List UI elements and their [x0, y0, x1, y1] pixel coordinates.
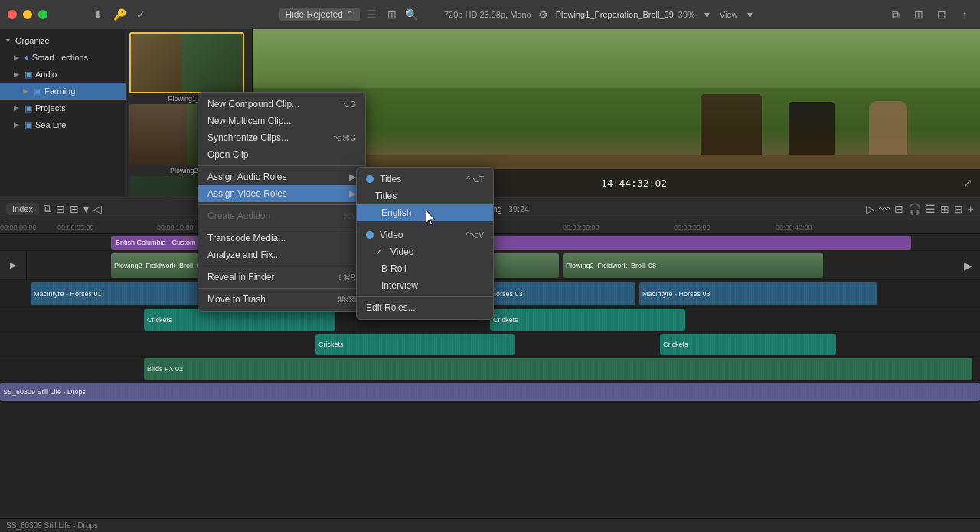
- video-track-collapse[interactable]: ▶: [10, 260, 16, 270]
- fullscreen-icon[interactable]: ⤢: [963, 177, 972, 189]
- status-label: SS_60309 Still Life - Drops: [6, 521, 98, 530]
- context-menu-panel: New Compound Clip... ⌥G New Multicam Cli…: [198, 92, 366, 312]
- menu-sep-1: [198, 165, 365, 166]
- sc-arrow: ▶: [14, 54, 21, 61]
- back-btn[interactable]: ◁: [93, 203, 102, 215]
- menu-create-audition[interactable]: Create Audition ⌘Y: [198, 207, 365, 224]
- timeline-settings-btn[interactable]: ⊟: [954, 203, 963, 215]
- menu-new-compound[interactable]: New Compound Clip... ⌥G: [198, 96, 365, 113]
- submenu-titles-2[interactable]: Titles: [357, 188, 493, 204]
- submenu-video-1[interactable]: Video ^⌥V: [357, 227, 493, 243]
- clip-horses-03b[interactable]: MacIntyre - Horses 03: [639, 282, 877, 305]
- assign-audio-roles-label: Assign Audio Roles: [207, 171, 286, 182]
- menu-analyze[interactable]: Analyze and Fix...: [198, 246, 365, 263]
- submenu-interview[interactable]: Interview: [357, 277, 493, 294]
- clip-appearance-btn[interactable]: ⊞: [940, 203, 949, 215]
- menu-sync-clips[interactable]: Synchronize Clips... ⌥⌘G: [198, 129, 365, 146]
- zoom-in-btn[interactable]: +: [968, 203, 974, 215]
- sidebar-item-organize[interactable]: ▼ Organize: [0, 32, 126, 49]
- sidebar-item-farming[interactable]: ▶ ▣ Farming: [0, 83, 126, 100]
- view-label[interactable]: View: [720, 10, 738, 19]
- menu-sep-4: [198, 266, 365, 266]
- organize-arrow: ▼: [5, 37, 12, 44]
- minimize-button[interactable]: [23, 10, 32, 19]
- clip-plowing2-broll-08[interactable]: Plowing2_Fieldwork_Broll_08: [563, 253, 823, 278]
- dot-video-1: [366, 231, 374, 239]
- settings-icon[interactable]: ⚙: [536, 7, 551, 22]
- submenu-edit-roles[interactable]: Edit Roles...: [357, 299, 493, 316]
- submenu-broll[interactable]: B-Roll: [357, 260, 493, 277]
- close-button[interactable]: [8, 10, 17, 19]
- status-bar: SS_60309 Still Life - Drops: [0, 518, 980, 532]
- transform-btn[interactable]: ⊞: [70, 203, 79, 215]
- submenu-english[interactable]: English: [357, 204, 493, 221]
- farming-arrow: ▶: [23, 87, 31, 95]
- timecode: 14:44:32:02: [601, 178, 667, 189]
- dual-monitor-icon[interactable]: ⧉: [888, 7, 903, 22]
- video-roles-submenu: Titles ^⌥T Titles English Video ^⌥V ✓ Vi…: [356, 167, 494, 320]
- sidebar-item-smart-collections[interactable]: ▶ ♦ Smart...ections: [0, 49, 126, 66]
- more-btn[interactable]: ▾: [83, 203, 89, 215]
- context-menu: New Compound Clip... ⌥G New Multicam Cli…: [198, 92, 366, 312]
- sidebar-item-audio[interactable]: ▶ ▣ Audio: [0, 66, 126, 83]
- waveform-btn[interactable]: 〰: [879, 203, 890, 215]
- track-row-drops: SS_60309 Still Life - Drops: [0, 381, 980, 403]
- list-view-icon[interactable]: ☰: [364, 7, 380, 22]
- clip-btn[interactable]: ⧉: [44, 202, 51, 215]
- menu-assign-audio-roles[interactable]: Assign Audio Roles ▶: [198, 168, 365, 185]
- clip-birds-fx-02[interactable]: Birds FX 02: [144, 358, 972, 380]
- ruler-10: 00:00:10:00: [157, 224, 194, 231]
- zoom-arrow[interactable]: ▾: [700, 7, 715, 22]
- clip-crickets-2b[interactable]: Crickets: [660, 334, 836, 355]
- ruler-40: 00:00:40:00: [776, 224, 812, 231]
- menu-transcode[interactable]: Transcode Media...: [198, 230, 365, 246]
- clip-name: Plowing1_Preparation_Broll_09: [556, 10, 674, 19]
- menu-reveal-finder[interactable]: Reveal in Finder ⇧⌘R: [198, 269, 365, 286]
- audio-icon: ▣: [24, 70, 32, 80]
- forward-btn[interactable]: ▷: [866, 203, 874, 215]
- submenu-titles-1[interactable]: Titles ^⌥T: [357, 171, 493, 188]
- layout-icon[interactable]: ⊞: [911, 7, 926, 22]
- import-icon[interactable]: ⬇: [90, 7, 106, 22]
- hide-rejected-label: Hide Rejected: [286, 9, 343, 20]
- menu-new-multicam[interactable]: New Multicam Clip...: [198, 113, 365, 129]
- dot-titles-1: [366, 175, 374, 183]
- index-tab[interactable]: Index: [6, 203, 39, 215]
- menu-assign-video-roles[interactable]: Assign Video Roles ▶: [198, 185, 365, 202]
- clip-crickets-2a[interactable]: Crickets: [315, 334, 514, 355]
- sidebar-item-sealife[interactable]: ▶ ▣ Sea Life: [0, 116, 126, 133]
- view-arrow[interactable]: ▾: [742, 7, 757, 22]
- menu-move-trash[interactable]: Move to Trash ⌘⌫: [198, 291, 365, 308]
- sidebar-item-projects[interactable]: ▶ ▣ Projects: [0, 100, 126, 116]
- clip-bc-label: British Columbia - Custom: [116, 239, 196, 246]
- clip-still-life-drops[interactable]: SS_60309 Still Life - Drops: [0, 383, 980, 401]
- titlebar-right: ⧉ ⊞ ⊟ ↑: [888, 7, 972, 22]
- clip-crickets-1b[interactable]: Crickets: [490, 309, 685, 331]
- sea-icon: ▣: [24, 120, 32, 130]
- ruler-35: 00:00:35:00: [674, 224, 710, 231]
- zoom-level: 39%: [678, 10, 695, 19]
- fullscreen-button[interactable]: [38, 10, 47, 19]
- titlebar: ⬇ 🔑 ✓ Hide Rejected ⌃ ☰ ⊞ 🔍 720p HD 23.9…: [0, 0, 980, 29]
- audio-meters-btn[interactable]: ⊟: [894, 203, 903, 215]
- grid-view-icon[interactable]: ⊞: [384, 7, 400, 22]
- submenu-video-2[interactable]: ✓ Video: [357, 243, 493, 260]
- key-icon[interactable]: 🔑: [112, 7, 127, 22]
- proj-icon: ▣: [24, 103, 32, 113]
- arrange-btn[interactable]: ⊟: [56, 203, 65, 215]
- menu-open-clip[interactable]: Open Clip: [198, 146, 365, 163]
- share-icon[interactable]: ↑: [957, 7, 972, 22]
- hide-rejected-button[interactable]: Hide Rejected ⌃: [279, 8, 360, 21]
- roles-btn[interactable]: ☰: [926, 203, 936, 215]
- ruler-30: 00:00:30:00: [563, 224, 599, 231]
- adjust-icon[interactable]: ⊟: [934, 7, 949, 22]
- clip-crickets-1a[interactable]: Crickets: [144, 309, 335, 331]
- menu-sep-3: [198, 227, 365, 227]
- audio-arrow: ▶: [14, 70, 21, 78]
- check-icon[interactable]: ✓: [133, 7, 149, 22]
- track-right-btn[interactable]: ▶: [964, 259, 972, 272]
- create-audition-label: Create Audition: [207, 211, 270, 221]
- search-icon[interactable]: 🔍: [404, 7, 420, 22]
- sidebar: ▼ Organize ▶ ♦ Smart...ections ▶ ▣ Audio…: [0, 29, 126, 197]
- headphones-btn[interactable]: 🎧: [908, 203, 921, 215]
